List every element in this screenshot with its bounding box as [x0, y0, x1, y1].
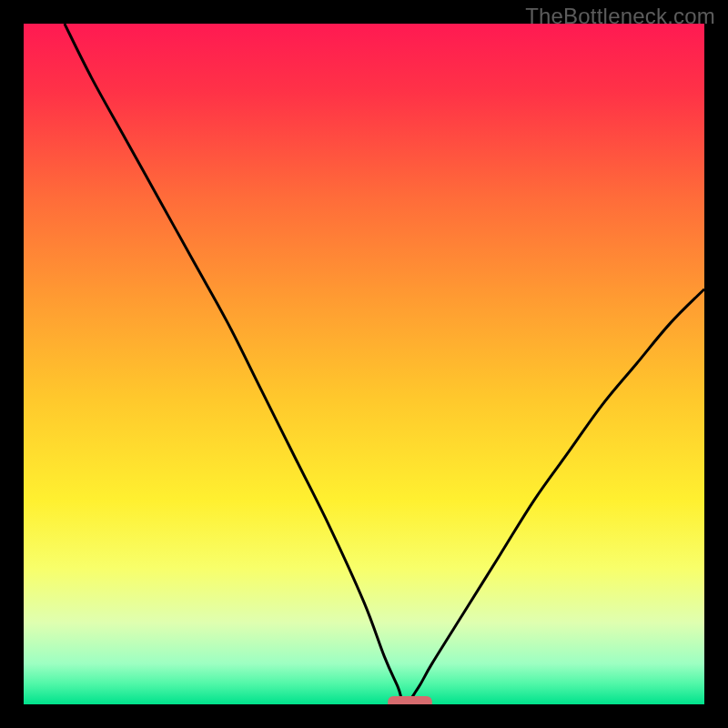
- bottleneck-chart: [24, 24, 704, 704]
- optimum-marker: [388, 696, 432, 704]
- chart-frame: TheBottleneck.com: [0, 0, 728, 728]
- plot-area: [24, 24, 704, 704]
- watermark-text: TheBottleneck.com: [525, 4, 715, 29]
